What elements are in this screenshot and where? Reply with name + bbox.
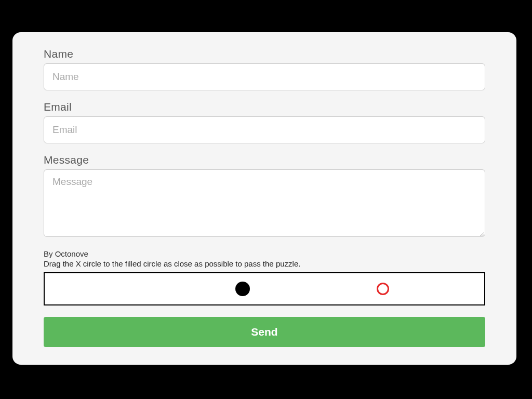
contact-form-card: Name Email Message By Octonove Drag the … xyxy=(12,32,516,365)
email-field-group: Email xyxy=(44,101,485,143)
send-button[interactable]: Send xyxy=(44,317,485,347)
captcha-puzzle-track xyxy=(44,272,485,305)
name-field-group: Name xyxy=(44,48,485,90)
message-label: Message xyxy=(44,154,485,166)
name-input[interactable] xyxy=(44,63,485,90)
captcha-byline: By Octonove xyxy=(44,249,485,258)
name-label: Name xyxy=(44,48,485,60)
message-textarea[interactable] xyxy=(44,169,485,237)
email-label: Email xyxy=(44,101,485,113)
captcha-instruction: Drag the X circle to the filled circle a… xyxy=(44,259,485,268)
captcha-target-circle-icon xyxy=(235,282,250,296)
message-field-group: Message xyxy=(44,154,485,239)
captcha-draggable-circle-icon[interactable] xyxy=(377,283,389,295)
email-field[interactable] xyxy=(44,116,485,143)
captcha-section: By Octonove Drag the X circle to the fil… xyxy=(44,249,485,305)
